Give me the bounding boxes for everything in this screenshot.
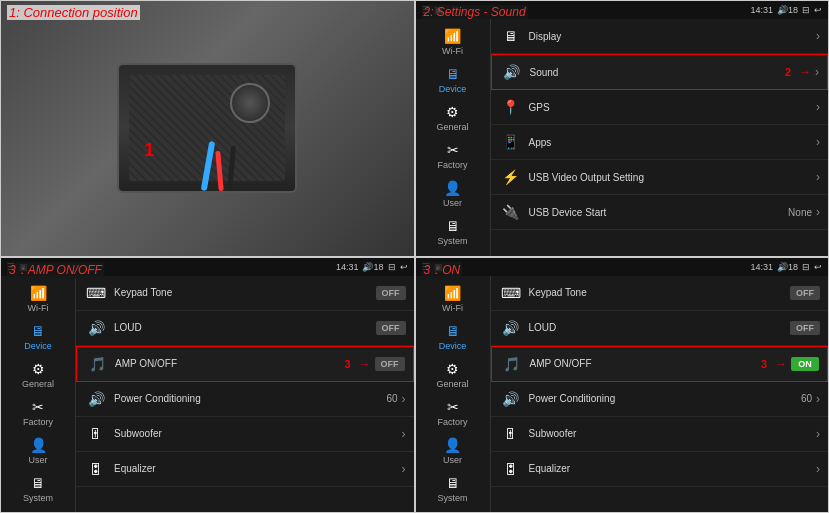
keypad-icon-q3: ⌨ xyxy=(84,281,108,305)
sidebar-general-q2[interactable]: ⚙ General xyxy=(416,99,490,137)
row-amp-q3[interactable]: 🎵 AMP ON/OFF 3 → OFF xyxy=(76,346,414,382)
system-label-q4: System xyxy=(437,493,467,503)
factory-icon-q2: ✂ xyxy=(447,142,459,158)
system-icon-q3: 🖥 xyxy=(31,475,45,491)
amp-toggle-q4[interactable]: ON xyxy=(791,357,819,371)
statusbar-vol-q3: 🔊18 xyxy=(362,262,383,272)
cable-blue xyxy=(201,141,216,191)
general-label-q4: General xyxy=(436,379,468,389)
wifi-label-q2: Wi-Fi xyxy=(442,46,463,56)
sub-icon-q4: 🎚 xyxy=(499,422,523,446)
row-keypad-q3[interactable]: ⌨ Keypad Tone OFF xyxy=(76,276,414,311)
sidebar-wifi-q2[interactable]: 📶 Wi-Fi xyxy=(416,23,490,61)
row-usb-video[interactable]: ⚡ USB Video Output Setting › xyxy=(491,160,829,195)
gps-icon: 📍 xyxy=(499,95,523,119)
sidebar-user-q3[interactable]: 👤 User xyxy=(1,432,75,470)
sound-title: Sound xyxy=(530,67,785,78)
device-icon-q4: 🖥 xyxy=(446,323,460,339)
sidebar-system-q3[interactable]: 🖥 System xyxy=(1,470,75,508)
connection-num: 1 xyxy=(144,140,154,161)
row-loud-q3[interactable]: 🔊 LOUD OFF xyxy=(76,311,414,346)
row-eq-q3[interactable]: 🎛 Equalizer › xyxy=(76,452,414,487)
apps-icon: 📱 xyxy=(499,130,523,154)
device-label-q4: Device xyxy=(439,341,467,351)
display-chevron: › xyxy=(816,29,820,43)
sidebar-device-q2[interactable]: 🖥 Device xyxy=(416,61,490,99)
system-icon-q4: 🖥 xyxy=(446,475,460,491)
sidebar-general-q4[interactable]: ⚙ General xyxy=(416,356,490,394)
sidebar-general-q3[interactable]: ⚙ General xyxy=(1,356,75,394)
usb-device-value: None xyxy=(788,207,812,218)
row-eq-q4[interactable]: 🎛 Equalizer › xyxy=(491,452,829,487)
sidebar-wifi-q4[interactable]: 📶 Wi-Fi xyxy=(416,280,490,318)
main-content-q4: ⌨ Keypad Tone OFF 🔊 LOUD OFF 🎵 AMP ON/OF… xyxy=(491,276,829,513)
usb-device-chevron: › xyxy=(816,205,820,219)
power-value-q3: 60 xyxy=(386,393,397,404)
loud-title-q3: LOUD xyxy=(114,322,376,333)
fan xyxy=(230,83,270,123)
statusbar-time-q2: 14:31 xyxy=(750,5,773,15)
row-apps[interactable]: 📱 Apps › xyxy=(491,125,829,160)
sidebar-q3: 📶 Wi-Fi 🖥 Device ⚙ General ✂ Factory 👤 U… xyxy=(1,276,76,513)
sidebar-q2: 📶 Wi-Fi 🖥 Device ⚙ General ✂ Factory 👤 U… xyxy=(416,19,491,256)
keypad-toggle-q4[interactable]: OFF xyxy=(790,286,820,300)
user-icon-q2: 👤 xyxy=(444,180,461,196)
wifi-icon-q2: 📶 xyxy=(444,28,461,44)
cable-red xyxy=(216,151,224,191)
row-display[interactable]: 🖥 Display › xyxy=(491,19,829,54)
display-title: Display xyxy=(529,31,817,42)
q1-label: 1: Connection position xyxy=(7,5,140,20)
display-icon: 🖥 xyxy=(499,24,523,48)
loud-toggle-q4[interactable]: OFF xyxy=(790,321,820,335)
factory-label-q3: Factory xyxy=(23,417,53,427)
row-sound[interactable]: 🔊 Sound 2 → › xyxy=(491,54,829,90)
user-icon-q3: 👤 xyxy=(30,437,47,453)
eq-icon-q3: 🎛 xyxy=(84,457,108,481)
sidebar-system-q4[interactable]: 🖥 System xyxy=(416,470,490,508)
statusbar-back-q3[interactable]: ↩ xyxy=(400,262,408,272)
row-power-q4[interactable]: 🔊 Power Conditioning 60 › xyxy=(491,382,829,417)
sidebar-wifi-q3[interactable]: 📶 Wi-Fi xyxy=(1,280,75,318)
amp-badge-q3: 3 xyxy=(344,358,350,370)
statusbar-vol-q4: 🔊18 xyxy=(777,262,798,272)
row-amp-q4[interactable]: 🎵 AMP ON/OFF 3 → ON xyxy=(491,346,829,382)
row-sub-q3[interactable]: 🎚 Subwoofer › xyxy=(76,417,414,452)
sidebar-device-q4[interactable]: 🖥 Device xyxy=(416,318,490,356)
sidebar-factory-q4[interactable]: ✂ Factory xyxy=(416,394,490,432)
amp-icon-q3: 🎵 xyxy=(85,352,109,376)
android-body-q4: 📶 Wi-Fi 🖥 Device ⚙ General ✂ Factory 👤 U… xyxy=(416,276,829,513)
row-gps[interactable]: 📍 GPS › xyxy=(491,90,829,125)
sidebar-system-q2[interactable]: 🖥 System xyxy=(416,213,490,251)
sound-chevron: › xyxy=(815,65,819,79)
user-label-q4: User xyxy=(443,455,462,465)
general-label-q2: General xyxy=(436,122,468,132)
sub-title-q3: Subwoofer xyxy=(114,428,402,439)
sidebar-user-q4[interactable]: 👤 User xyxy=(416,432,490,470)
row-power-q3[interactable]: 🔊 Power Conditioning 60 › xyxy=(76,382,414,417)
row-sub-q4[interactable]: 🎚 Subwoofer › xyxy=(491,417,829,452)
statusbar-back-q2[interactable]: ↩ xyxy=(814,5,822,15)
statusbar-back-q4[interactable]: ↩ xyxy=(814,262,822,272)
factory-icon-q4: ✂ xyxy=(447,399,459,415)
keypad-title-q4: Keypad Tone xyxy=(529,287,791,298)
user-label-q2: User xyxy=(443,198,462,208)
main-content-q2: 🖥 Display › 🔊 Sound 2 → › 📍 GPS › 📱 A xyxy=(491,19,829,256)
sidebar-device-q3[interactable]: 🖥 Device xyxy=(1,318,75,356)
row-loud-q4[interactable]: 🔊 LOUD OFF xyxy=(491,311,829,346)
device-back: 1 xyxy=(117,63,297,193)
usb-device-icon: 🔌 xyxy=(499,200,523,224)
row-usb-device[interactable]: 🔌 USB Device Start None › xyxy=(491,195,829,230)
general-icon-q4: ⚙ xyxy=(446,361,459,377)
amp-title-q4: AMP ON/OFF xyxy=(530,358,761,369)
amp-toggle-q3[interactable]: OFF xyxy=(375,357,405,371)
sub-chevron-q4: › xyxy=(816,427,820,441)
sidebar-factory-q3[interactable]: ✂ Factory xyxy=(1,394,75,432)
sidebar-user-q2[interactable]: 👤 User xyxy=(416,175,490,213)
keypad-toggle-q3[interactable]: OFF xyxy=(376,286,406,300)
q2-label: 2: Settings - Sound xyxy=(422,5,528,19)
loud-toggle-q3[interactable]: OFF xyxy=(376,321,406,335)
sidebar-factory-q2[interactable]: ✂ Factory xyxy=(416,137,490,175)
row-keypad-q4[interactable]: ⌨ Keypad Tone OFF xyxy=(491,276,829,311)
eq-title-q3: Equalizer xyxy=(114,463,402,474)
cable-black xyxy=(227,146,236,191)
